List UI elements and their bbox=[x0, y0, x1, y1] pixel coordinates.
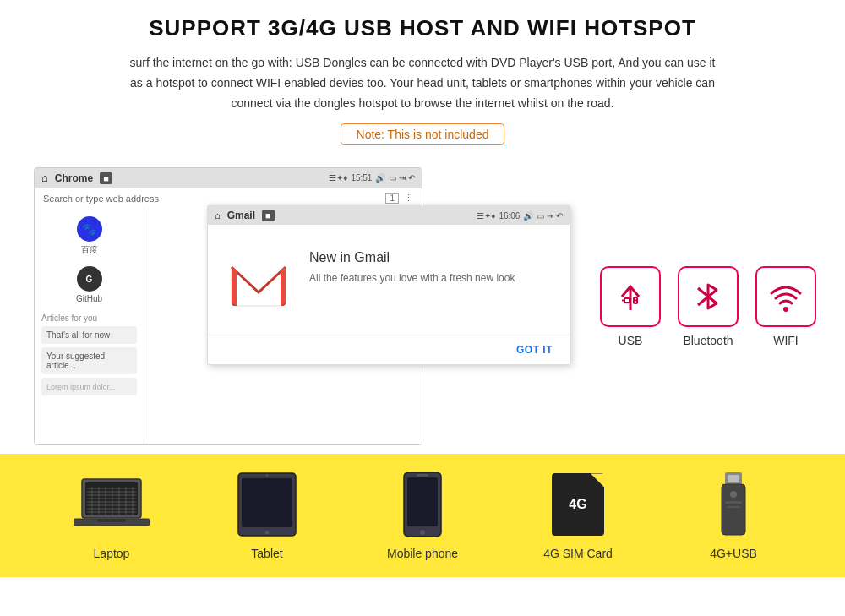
wifi-icon-item: WIFI bbox=[755, 266, 816, 347]
gmail-network-icons: ☰✦♦ bbox=[477, 211, 495, 221]
gmail-vol: 🔊 bbox=[523, 211, 533, 221]
gmail-body: New in Gmail All the features you love w… bbox=[208, 225, 570, 335]
bluetooth-symbol-svg bbox=[693, 280, 723, 313]
gmail-home-icon: ⌂ bbox=[215, 210, 221, 221]
usb-icon-box bbox=[600, 266, 661, 327]
other-icons: ▭ ⇥ ↶ bbox=[389, 173, 415, 183]
svg-rect-35 bbox=[728, 475, 739, 482]
gmail-body-text: All the features you love with a fresh n… bbox=[309, 272, 515, 284]
github-label: GitHub bbox=[76, 294, 102, 303]
svg-rect-2 bbox=[624, 298, 630, 303]
description-text: surf the internet on the go with: USB Do… bbox=[127, 53, 718, 113]
browser-title: Chrome bbox=[55, 172, 93, 184]
svg-rect-33 bbox=[417, 474, 428, 477]
sim-label: 4G SIM Card bbox=[543, 547, 613, 560]
baidu-icon: 🐾 bbox=[77, 216, 102, 242]
browser-status-bar: ☰✦♦ 15:51 🔊 ▭ ⇥ ↶ bbox=[329, 173, 415, 183]
tab-count-icon: 1 bbox=[385, 193, 399, 204]
usb-symbol-svg bbox=[613, 280, 647, 313]
laptop-item: Laptop bbox=[74, 471, 150, 560]
articles-label: Articles for you bbox=[41, 313, 137, 323]
svg-rect-39 bbox=[727, 506, 740, 508]
page-title: SUPPORT 3G/4G USB HOST AND WIFI HOTSPOT bbox=[51, 15, 794, 41]
sim-card-icon: 4G bbox=[552, 473, 604, 536]
sim-notch bbox=[591, 473, 604, 487]
gmail-bar: ⌂ Gmail ■ ☰✦♦ 16:06 🔊 ▭ ⇥ ↶ bbox=[208, 206, 570, 225]
svg-point-37 bbox=[730, 491, 737, 498]
wifi-icon-box bbox=[755, 266, 816, 327]
home-icon: ⌂ bbox=[41, 172, 48, 184]
tablet-label: Tablet bbox=[251, 547, 282, 560]
bluetooth-icon-item: Bluetooth bbox=[678, 266, 739, 347]
usb-dongle-icon-area bbox=[695, 471, 771, 538]
icon-row: USB Bluetooth bbox=[600, 266, 816, 347]
phone-label: Mobile phone bbox=[387, 547, 458, 560]
gmail-time-display: 16:06 bbox=[499, 211, 520, 221]
github-icon: G bbox=[77, 266, 102, 292]
usb-dongle-item: 4G+USB bbox=[695, 471, 771, 560]
browser-tab-indicator: ■ bbox=[100, 172, 112, 184]
svg-rect-10 bbox=[97, 519, 126, 522]
bottom-section: Laptop Tablet Mobile phone bbox=[0, 454, 845, 577]
gmail-status-bar: ☰✦♦ 16:06 🔊 ▭ ⇥ ↶ bbox=[477, 211, 563, 221]
connectivity-icons-section: USB Bluetooth bbox=[600, 266, 816, 347]
svg-point-28 bbox=[265, 531, 270, 535]
bluetooth-icon-box bbox=[678, 266, 739, 327]
baidu-label: 百度 bbox=[81, 244, 98, 256]
more-icon: ⋮ bbox=[404, 193, 413, 204]
svg-point-29 bbox=[266, 474, 269, 477]
usb-icon-item: USB bbox=[600, 266, 661, 347]
usb-dongle-svg bbox=[715, 471, 752, 538]
laptop-label: Laptop bbox=[94, 547, 130, 560]
sim-icon-area: 4G bbox=[540, 471, 616, 538]
browser-action-icons: 1 ⋮ bbox=[385, 193, 413, 204]
note-box: Note: This is not included bbox=[341, 123, 505, 145]
laptop-svg bbox=[74, 475, 150, 534]
browser-sidebar: 🐾 百度 G GitHub Articles for you That's al… bbox=[35, 208, 144, 444]
gmail-cta: GOT IT bbox=[516, 344, 553, 356]
bluetooth-label: Bluetooth bbox=[683, 334, 733, 347]
gmail-tab-indicator: ■ bbox=[262, 210, 275, 221]
phone-svg bbox=[402, 471, 443, 538]
usb-label: USB bbox=[619, 334, 643, 347]
news-card-2: Your suggested article... bbox=[41, 347, 137, 374]
usb-dongle-label: 4G+USB bbox=[710, 547, 757, 560]
svg-point-6 bbox=[783, 307, 788, 312]
svg-rect-27 bbox=[242, 478, 292, 527]
gmail-text: New in Gmail All the features you love w… bbox=[309, 250, 515, 284]
news-text-2: Your suggested article... bbox=[46, 352, 105, 370]
phone-icon-area bbox=[384, 471, 461, 538]
gmail-heading: New in Gmail bbox=[309, 250, 515, 265]
gmail-title: Gmail bbox=[227, 210, 255, 221]
sim-text: 4G bbox=[569, 497, 586, 512]
wifi-symbol-svg bbox=[768, 280, 804, 313]
tablet-icon-area bbox=[229, 471, 305, 538]
top-section: SUPPORT 3G/4G USB HOST AND WIFI HOTSPOT … bbox=[0, 0, 845, 167]
volume-icon: 🔊 bbox=[375, 173, 385, 183]
news-card-1: That's all for now bbox=[41, 326, 137, 344]
news-text-1: That's all for now bbox=[46, 330, 110, 340]
gmail-other-icons: ▭ ⇥ ↶ bbox=[537, 211, 563, 221]
tablet-item: Tablet bbox=[229, 471, 305, 560]
address-text: Search or type web address bbox=[43, 194, 159, 204]
note-text: Note: This is not included bbox=[357, 128, 489, 141]
screenshot-area: ⌂ Chrome ■ ☰✦♦ 15:51 🔊 ▭ ⇥ ↶ Search or t… bbox=[34, 167, 583, 445]
news-card-3: Lorem ipsum dolor... bbox=[41, 378, 137, 395]
svg-rect-38 bbox=[725, 501, 742, 504]
svg-rect-31 bbox=[407, 477, 438, 526]
time-display: 15:51 bbox=[351, 173, 372, 183]
tablet-svg bbox=[237, 472, 297, 537]
baidu-app: 🐾 百度 bbox=[41, 216, 137, 256]
sim-item: 4G 4G SIM Card bbox=[540, 471, 616, 560]
wifi-label: WIFI bbox=[773, 334, 799, 347]
gmail-footer: GOT IT bbox=[208, 335, 570, 364]
gmail-logo-svg bbox=[225, 250, 292, 318]
github-app: G GitHub bbox=[41, 266, 137, 303]
svg-point-32 bbox=[420, 530, 425, 535]
browser-bar: ⌂ Chrome ■ ☰✦♦ 15:51 🔊 ▭ ⇥ ↶ bbox=[35, 168, 422, 188]
phone-item: Mobile phone bbox=[384, 471, 461, 560]
news-text-3: Lorem ipsum dolor... bbox=[46, 383, 116, 391]
laptop-icon-area bbox=[74, 471, 150, 538]
gmail-window: ⌂ Gmail ■ ☰✦♦ 16:06 🔊 ▭ ⇥ ↶ bbox=[207, 205, 570, 365]
middle-section: ⌂ Chrome ■ ☰✦♦ 15:51 🔊 ▭ ⇥ ↶ Search or t… bbox=[0, 167, 845, 454]
